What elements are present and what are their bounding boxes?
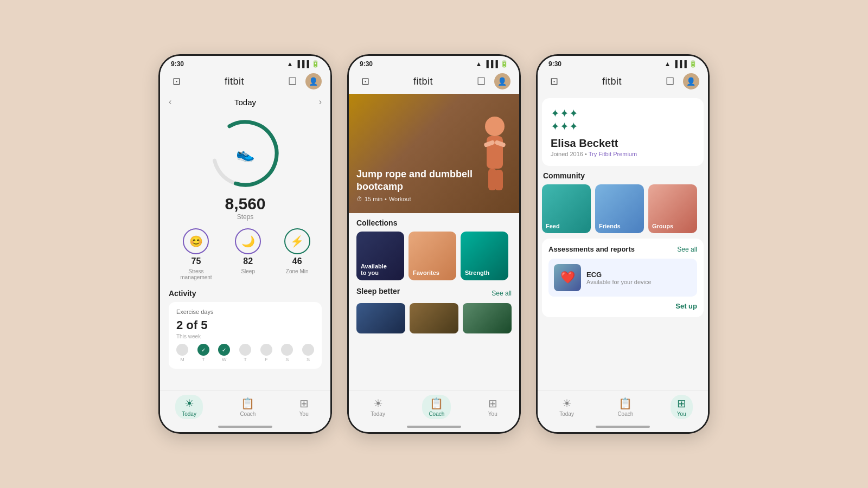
signal-icon-2: ▐▐▐	[484, 60, 498, 68]
nav-coach-3[interactable]: 📋 Coach	[611, 395, 640, 419]
bottom-nav-3: ☀ Today 📋 Coach ⊞ You	[538, 390, 708, 421]
metric-sleep[interactable]: 🌙 82 Sleep	[235, 228, 261, 280]
you-nav-icon-2: ⊞	[488, 397, 497, 410]
avatar-2[interactable]: 👤	[494, 73, 510, 89]
home-indicator-2	[349, 421, 519, 432]
status-icons-2: ▲ ▐▐▐ 🔋	[476, 60, 508, 68]
phone-today: 9:30 ▲ ▐▐▐ 🔋 ⊡ fitbit ☐ 👤 ‹ Today ›	[158, 54, 332, 434]
exercise-label: Exercise days	[176, 309, 314, 315]
nav-today-2[interactable]: ☀ Today	[364, 395, 392, 419]
activity-section: Activity Exercise days 2 of 5 This week …	[160, 285, 330, 373]
stress-icon: 😊	[183, 228, 209, 254]
hero-duration: 15 min	[365, 196, 382, 202]
nav-coach-1[interactable]: 📋 Coach	[233, 395, 262, 419]
sleep-title: Sleep better	[356, 287, 400, 296]
metric-zone[interactable]: ⚡ 46 Zone Min	[284, 228, 310, 280]
prev-day-btn[interactable]: ‹	[169, 97, 171, 107]
wifi-icon-3: ▲	[665, 60, 671, 68]
nav-you-2[interactable]: ⊞ You	[482, 395, 504, 419]
profile-card: ✦✦✦✦✦✦ Elisa Beckett Joined 2016 • Try F…	[542, 98, 704, 166]
metric-stress[interactable]: 😊 75 Stressmanagement	[180, 228, 212, 280]
friends-label: Friends	[599, 223, 621, 229]
ecg-image: ❤️	[554, 264, 581, 291]
coach-nav-icon-1: 📋	[241, 397, 254, 410]
day-S1	[281, 344, 293, 356]
today-nav-icon-2: ☀	[373, 397, 383, 410]
wifi-icon: ▲	[287, 60, 293, 68]
status-icons-3: ▲ ▐▐▐ 🔋	[665, 60, 697, 68]
next-day-btn[interactable]: ›	[319, 97, 322, 107]
hero-separator: •	[385, 196, 387, 202]
battery-icon-3: 🔋	[689, 60, 697, 68]
day-S2	[302, 344, 314, 356]
home-indicator-3	[538, 421, 708, 432]
app-title-1: fitbit	[225, 76, 244, 87]
collection-available[interactable]: Availableto you	[356, 232, 404, 280]
collections-row: Availableto you Favorites Strength	[356, 232, 512, 280]
nav-today-3[interactable]: ☀ Today	[553, 395, 580, 419]
steps-circle: 👟	[207, 115, 283, 191]
avatar-3[interactable]: 👤	[683, 73, 699, 89]
status-icons-1: ▲ ▐▐▐ 🔋	[287, 60, 320, 68]
sleep-value: 82	[243, 256, 253, 266]
message-icon-3[interactable]: ☐	[662, 74, 678, 89]
home-bar-1	[218, 426, 272, 428]
phones-container: 9:30 ▲ ▐▐▐ 🔋 ⊡ fitbit ☐ 👤 ‹ Today ›	[158, 54, 710, 434]
coach-nav-label-2: Coach	[429, 411, 444, 417]
assessments-see-all[interactable]: See all	[677, 246, 697, 253]
status-bar-3: 9:30 ▲ ▐▐▐ 🔋	[538, 56, 708, 70]
profile-name: Elisa Beckett	[551, 137, 695, 150]
sleep-card-3[interactable]	[463, 303, 512, 333]
scan-icon-1[interactable]: ⊡	[169, 74, 184, 89]
feed-label: Feed	[546, 223, 560, 229]
svg-rect-3	[487, 136, 503, 169]
ecg-card[interactable]: ❤️ ECG Available for your device	[548, 259, 697, 297]
header-right-2: ☐ 👤	[474, 73, 510, 89]
wifi-icon-2: ▲	[476, 60, 482, 68]
collection-strength[interactable]: Strength	[461, 232, 508, 280]
time-1: 9:30	[171, 60, 184, 68]
profile-meta: Joined 2016 • Try Fitbit Premium	[551, 151, 695, 157]
nav-today-1[interactable]: ☀ Today	[175, 395, 203, 419]
home-bar-3	[596, 426, 650, 428]
community-groups[interactable]: Groups	[648, 184, 697, 233]
ecg-title: ECG	[586, 271, 692, 279]
battery-icon: 🔋	[311, 60, 320, 68]
community-section: Community Feed Friends Groups	[542, 171, 704, 233]
message-icon-1[interactable]: ☐	[285, 74, 300, 89]
nav-you-1[interactable]: ⊞ You	[293, 395, 315, 419]
sleep-see-all[interactable]: See all	[492, 290, 512, 297]
message-icon-2[interactable]: ☐	[474, 74, 489, 89]
scan-icon-2[interactable]: ⊡	[358, 74, 373, 89]
avatar-1[interactable]: 👤	[305, 73, 322, 89]
collection-favorites[interactable]: Favorites	[409, 232, 456, 280]
hero-workout-image[interactable]: Jump rope and dumbbell bootcamp ⏱ 15 min…	[349, 94, 519, 213]
exercise-card[interactable]: Exercise days 2 of 5 This week M ✓ T	[169, 302, 322, 369]
stress-label: Stressmanagement	[180, 268, 212, 280]
setup-button[interactable]: Set up	[675, 302, 697, 310]
bottom-nav-1: ☀ Today 📋 Coach ⊞ You	[160, 390, 330, 421]
nav-coach-2[interactable]: 📋 Coach	[422, 395, 451, 419]
community-feed[interactable]: Feed	[542, 184, 591, 233]
hero-workout-title: Jump rope and dumbbell bootcamp	[356, 168, 519, 192]
day-W: ✓	[218, 344, 230, 356]
sleep-card-2[interactable]	[410, 303, 458, 333]
time-2: 9:30	[360, 60, 373, 68]
day-M	[176, 344, 188, 356]
exercise-sublabel: This week	[176, 333, 314, 339]
ecg-info: ECG Available for your device	[586, 271, 692, 285]
nav-you-3[interactable]: ⊞ You	[671, 395, 693, 419]
scan-icon-3[interactable]: ⊡	[546, 74, 561, 89]
header-right-1: ☐ 👤	[285, 73, 322, 89]
you-nav-label-1: You	[299, 411, 309, 417]
status-bar-1: 9:30 ▲ ▐▐▐ 🔋	[160, 56, 330, 70]
svg-point-2	[485, 117, 505, 136]
coach-nav-label-3: Coach	[617, 411, 633, 417]
exercise-count: 2 of 5	[176, 318, 314, 332]
premium-link[interactable]: Try Fitbit Premium	[589, 151, 637, 157]
community-friends[interactable]: Friends	[595, 184, 644, 233]
sleep-card-1[interactable]	[356, 303, 405, 333]
assessments-title: Assessments and reports	[548, 245, 635, 253]
phone-coach: 9:30 ▲ ▐▐▐ 🔋 ⊡ fitbit ☐ 👤	[347, 54, 521, 434]
metrics-row: 😊 75 Stressmanagement 🌙 82 Sleep ⚡ 46 Zo…	[160, 221, 330, 285]
